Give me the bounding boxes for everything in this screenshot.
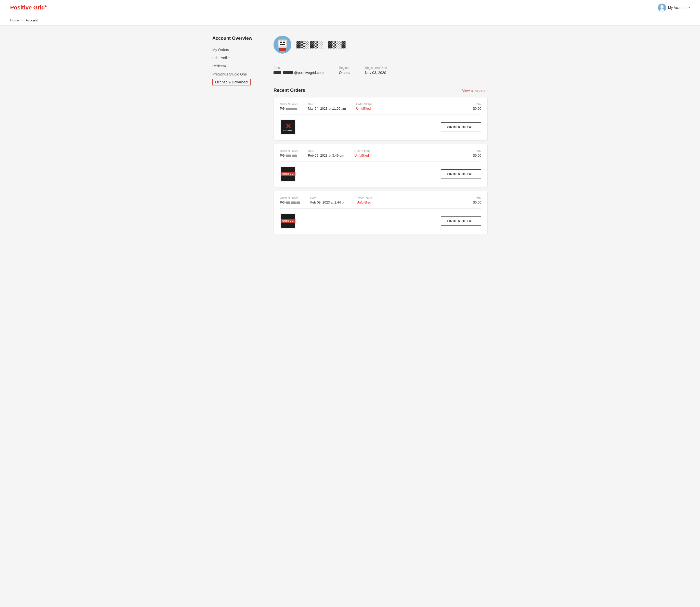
view-all-arrow: › (486, 88, 488, 92)
order-num-redact-3a (286, 202, 290, 204)
region-field: Region Others (339, 66, 349, 75)
order-date-label-2: Date (308, 149, 344, 152)
order-num-redact-3c (297, 202, 300, 204)
order-total-field-3: Total $0.00 (473, 196, 481, 204)
email-label: Email (274, 66, 324, 70)
svg-rect-8 (280, 44, 285, 45)
breadcrumb: Home > Account (0, 15, 700, 25)
email-redacted-1 (274, 71, 281, 74)
svg-rect-7 (283, 42, 285, 43)
order-thumbnail-1: ✕ CUSTOM (280, 119, 296, 135)
trademark: ® (45, 5, 47, 8)
profile-info: Email @positivegrid.com Region Others Re… (274, 61, 488, 80)
sidebar-item-redeem[interactable]: Redeem (212, 62, 258, 70)
order-thumb-inner-1: ✕ CUSTOM (281, 120, 295, 134)
order-number-label-2: Order Number (280, 149, 298, 152)
breadcrumb-separator: > (21, 18, 23, 22)
sidebar-link-edit-profile[interactable]: Edit Profile (212, 54, 258, 61)
svg-rect-11 (286, 42, 287, 44)
order-date-field-2: Date Feb 09, 2023 at 3:49 pm (308, 149, 344, 158)
page-container: Account Overview My Orders Edit Profile … (202, 25, 498, 248)
order-status-label-2: Order Status (354, 149, 370, 152)
order-detail-row-2: CUSTOM ORDER DETAIL (280, 166, 481, 182)
sidebar-item-edit-profile[interactable]: Edit Profile (212, 54, 258, 61)
order-status-field-3: Order Status Unfulfilled (357, 196, 372, 204)
main-content: ▓▒░▓▒░ ▓▒░▓ Email @positivegrid.com Regi… (274, 36, 488, 238)
email-domain: @positivegrid.com (294, 71, 324, 75)
order-status-field-2: Order Status Unfulfilled (354, 149, 370, 158)
arrow-indicator: ← (253, 80, 257, 85)
header: Positive Grid® My Account ▾ (0, 0, 700, 15)
order-total-field-2: Total $0.00 (473, 149, 481, 158)
order-thumbnail-2: CUSTOM (280, 166, 296, 182)
sidebar: Account Overview My Orders Edit Profile … (212, 36, 258, 238)
order-number-val-2: PG- (280, 153, 298, 158)
my-account-menu[interactable]: My Account ▾ (658, 4, 690, 12)
profile-section: ▓▒░▓▒░ ▓▒░▓ (274, 36, 488, 54)
order-card-3: Order Number PG- Date Feb 09, 2023 at 2:… (274, 191, 488, 234)
order-total-val-2: $0.00 (473, 153, 481, 158)
order-card-2: Order Number PG- Date Feb 09, 2023 at 3:… (274, 144, 488, 187)
order-date-field-3: Date Feb 09, 2023 at 2:44 pm (310, 196, 346, 204)
order-date-field-1: Date Mar 24, 2023 at 11:09 am (308, 103, 346, 110)
sidebar-link-redeem[interactable]: Redeem (212, 62, 258, 70)
order-info-row-3: Order Number PG- Date Feb 09, 2023 at 2:… (280, 196, 481, 209)
order-info-row-2: Order Number PG- Date Feb 09, 2023 at 3:… (280, 149, 481, 162)
profile-avatar (274, 36, 291, 54)
svg-rect-10 (277, 42, 278, 44)
order-number-field-1: Order Number PG- (280, 103, 298, 110)
recent-orders-title: Recent Orders (274, 88, 305, 93)
order-thumbnail-3: CUSTOM (280, 213, 296, 229)
sidebar-link-my-orders[interactable]: My Orders (212, 46, 258, 53)
order-status-label-3: Order Status (357, 196, 372, 200)
order-thumb-inner-2: CUSTOM (281, 167, 295, 181)
logo[interactable]: Positive Grid® (10, 4, 47, 11)
region-label: Region (339, 66, 349, 70)
order-status-field-1: Order Status Unfulfilled (356, 103, 372, 110)
registered-label: Registered Date (365, 66, 387, 70)
svg-point-1 (660, 5, 663, 9)
order-num-redact-2b (292, 154, 297, 157)
order-thumb-inner-3: CUSTOM (281, 214, 295, 228)
chevron-down-icon: ▾ (688, 6, 690, 9)
svg-rect-9 (279, 48, 286, 51)
order-date-val-3: Feb 09, 2023 at 2:44 pm (310, 201, 346, 204)
order-card-1: Order Number PG- Date Mar 24, 2023 at 11… (274, 97, 488, 141)
order-number-field-3: Order Number PG- (280, 196, 300, 204)
order-total-field-1: Total $0.00 (473, 103, 481, 110)
order-num-redact-2a (286, 154, 291, 157)
order-number-field-2: Order Number PG- (280, 149, 298, 158)
order-detail-button-3[interactable]: ORDER DETAIL (441, 216, 481, 226)
profile-name: ▓▒░▓▒░ ▓▒░▓ (297, 41, 346, 48)
order-total-val-3: $0.00 (473, 201, 481, 204)
svg-rect-2 (660, 9, 664, 12)
order-number-val-3: PG- (280, 201, 300, 204)
order-detail-button-1[interactable]: ORDER DETAIL (441, 122, 481, 132)
custom-label-1: CUSTOM (283, 130, 293, 132)
order-total-val-1: $0.00 (473, 107, 481, 110)
sidebar-link-presonus[interactable]: PreSonus Studio One (212, 71, 258, 78)
email-field: Email @positivegrid.com (274, 66, 324, 75)
sidebar-link-license-download[interactable]: License & Download (212, 79, 250, 85)
order-date-label-1: Date (308, 103, 346, 106)
order-total-label-1: Total (473, 103, 481, 106)
view-all-orders-link[interactable]: View all orders › (462, 88, 488, 92)
order-status-label-1: Order Status (356, 103, 372, 106)
sidebar-item-license-download[interactable]: License & Download ← (212, 79, 258, 85)
registered-date-field: Registered Date Nov 03, 2020 (365, 66, 387, 75)
sidebar-item-my-orders[interactable]: My Orders (212, 46, 258, 53)
order-number-val-1: PG- (280, 107, 298, 110)
order-status-val-2: Unfulfilled (354, 153, 370, 158)
order-detail-row-1: ✕ CUSTOM ORDER DETAIL (280, 119, 481, 135)
order-detail-button-2[interactable]: ORDER DETAIL (441, 169, 481, 179)
order-info-row-1: Order Number PG- Date Mar 24, 2023 at 11… (280, 103, 481, 115)
email-value: @positivegrid.com (274, 71, 324, 75)
order-date-val-2: Feb 09, 2023 at 3:49 pm (308, 153, 344, 158)
view-all-label: View all orders (462, 88, 486, 92)
sidebar-item-presonus-studio-one[interactable]: PreSonus Studio One (212, 71, 258, 78)
order-num-redact-3b (291, 202, 296, 204)
breadcrumb-home[interactable]: Home (10, 18, 19, 22)
custom-badge-3: CUSTOM (281, 219, 296, 223)
order-total-label-2: Total (473, 149, 481, 152)
order-status-val-1: Unfulfilled (356, 107, 372, 110)
